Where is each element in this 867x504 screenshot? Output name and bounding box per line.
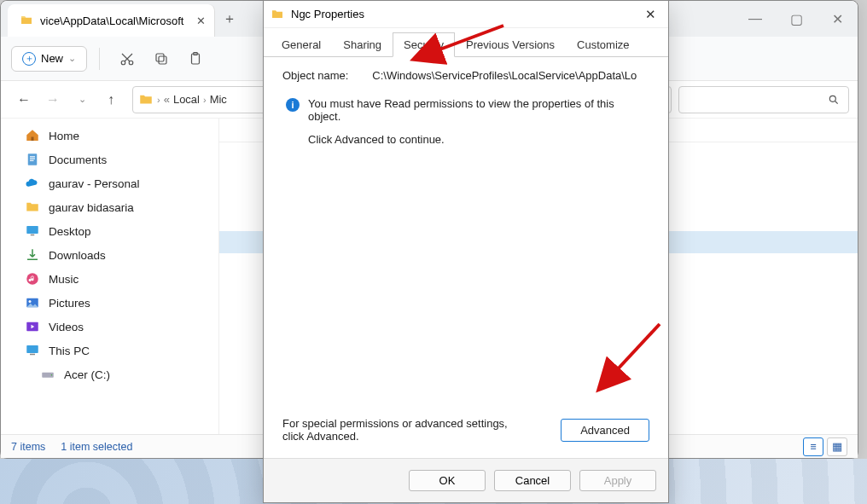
status-selected: 1 item selected: [61, 441, 132, 453]
folder-icon: [20, 14, 33, 27]
window-controls: — ▢ ✕: [735, 1, 858, 37]
svg-rect-3: [156, 54, 164, 61]
sidebar-item-label: Documents: [49, 154, 107, 166]
dialog-body: Object name: C:\Windows\ServiceProfiles\…: [264, 57, 668, 458]
paste-button[interactable]: [180, 43, 211, 74]
svg-rect-8: [28, 154, 38, 165]
dialog-tabs: GeneralSharingSecurityPrevious VersionsC…: [264, 28, 668, 57]
svg-point-16: [29, 300, 32, 303]
pc-icon: [25, 343, 40, 358]
sidebar-item-this-pc[interactable]: This PC: [1, 339, 218, 362]
music-icon: [25, 271, 40, 287]
dialog-titlebar: Ngc Properties ✕: [264, 1, 668, 28]
sidebar-item-label: Acer (C:): [64, 368, 110, 381]
sidebar-item-label: Pictures: [49, 297, 90, 310]
doc-icon: [25, 152, 40, 167]
sidebar-item-label: gaurav bidasaria: [49, 201, 134, 214]
advanced-button[interactable]: Advanced: [561, 419, 649, 442]
svg-rect-9: [30, 156, 35, 157]
breadcrumb-segment[interactable]: Local: [173, 93, 200, 106]
svg-rect-7: [32, 137, 34, 142]
object-name-value: C:\Windows\ServiceProfiles\LocalService\…: [372, 69, 649, 82]
svg-rect-19: [30, 354, 35, 356]
forward-button[interactable]: →: [38, 85, 67, 114]
back-button[interactable]: ←: [9, 85, 38, 114]
svg-rect-10: [30, 159, 35, 159]
sidebar-item-desktop[interactable]: Desktop: [1, 219, 218, 243]
new-button[interactable]: ＋ New ⌄: [11, 46, 87, 72]
info-icon: i: [286, 98, 300, 112]
dialog-close-button[interactable]: ✕: [640, 7, 661, 22]
apply-button[interactable]: Apply: [579, 470, 656, 491]
sidebar-item-documents[interactable]: Documents: [1, 148, 218, 171]
window-tab[interactable]: vice\AppData\Local\Microsoft ✕: [8, 4, 215, 37]
folder-icon: [271, 8, 284, 21]
tab-previous-versions[interactable]: Previous Versions: [455, 32, 566, 57]
tab-general[interactable]: General: [271, 32, 332, 57]
object-name-label: Object name:: [282, 69, 348, 82]
search-input[interactable]: [678, 86, 849, 113]
sidebar-item-videos[interactable]: Videos: [1, 315, 218, 339]
tab-close-icon[interactable]: ✕: [196, 14, 206, 27]
folder-icon: [138, 92, 154, 107]
continue-text: Click Advanced to continue.: [282, 133, 649, 146]
up-button[interactable]: ↑: [96, 85, 125, 114]
maximize-button[interactable]: ▢: [776, 1, 817, 37]
cut-button[interactable]: [112, 43, 143, 74]
tab-security[interactable]: Security: [393, 32, 455, 57]
tab-customize[interactable]: Customize: [566, 32, 640, 57]
info-text: You must have Read permissions to view t…: [308, 97, 615, 123]
sidebar-item-acer-c-[interactable]: Acer (C:): [1, 362, 218, 386]
new-tab-button[interactable]: ＋: [215, 1, 244, 37]
dialog-title: Ngc Properties: [291, 8, 364, 20]
download-icon: [25, 247, 40, 263]
view-icons-button[interactable]: ▦: [827, 437, 847, 456]
properties-dialog: Ngc Properties ✕ GeneralSharingSecurityP…: [263, 0, 669, 503]
ok-button[interactable]: OK: [409, 470, 486, 491]
close-button[interactable]: ✕: [817, 1, 858, 37]
svg-rect-18: [26, 345, 38, 353]
sidebar-item-label: Downloads: [49, 249, 106, 262]
svg-rect-13: [31, 235, 35, 236]
breadcrumb-segment[interactable]: Mic: [210, 93, 227, 106]
sidebar-item-home[interactable]: Home: [1, 124, 218, 148]
home-icon: [25, 128, 40, 143]
sidebar-item-music[interactable]: Music: [1, 267, 218, 291]
svg-point-6: [829, 96, 835, 101]
svg-rect-2: [159, 56, 166, 64]
pictures-icon: [25, 295, 40, 310]
sidebar-item-label: Home: [49, 130, 79, 142]
advanced-text: For special permissions or advanced sett…: [282, 417, 521, 443]
plus-icon: ＋: [22, 52, 36, 66]
svg-point-21: [51, 374, 53, 376]
sidebar-item-gaurav-personal[interactable]: gaurav - Personal: [1, 171, 218, 195]
chevron-right-icon: ›: [157, 95, 160, 105]
sidebar-item-pictures[interactable]: Pictures: [1, 291, 218, 315]
sidebar-item-label: Videos: [49, 321, 84, 333]
view-details-button[interactable]: ≡: [803, 437, 823, 456]
svg-rect-11: [30, 160, 34, 161]
new-label: New: [41, 52, 63, 65]
sidebar-item-downloads[interactable]: Downloads: [1, 243, 218, 267]
sidebar-item-label: gaurav - Personal: [49, 177, 140, 190]
desktop-icon: [25, 223, 40, 239]
svg-rect-12: [26, 226, 38, 234]
folder-icon: [25, 200, 40, 215]
tab-title: vice\AppData\Local\Microsoft: [40, 14, 183, 27]
copy-button[interactable]: [146, 43, 177, 74]
sidebar-item-label: This PC: [49, 345, 90, 357]
chevron-right-icon: ›: [203, 95, 207, 105]
status-items: 7 items: [11, 441, 45, 453]
cancel-button[interactable]: Cancel: [494, 470, 571, 491]
cloud-icon: [25, 176, 40, 191]
tab-sharing[interactable]: Sharing: [332, 32, 393, 57]
minimize-button[interactable]: —: [735, 1, 776, 37]
search-icon: [828, 94, 840, 106]
drive-icon: [40, 367, 55, 382]
chevron-down-icon: ⌄: [68, 53, 76, 64]
recent-chevron[interactable]: ⌄: [67, 85, 96, 114]
dialog-footer: OK Cancel Apply: [264, 458, 668, 502]
videos-icon: [25, 319, 40, 334]
sidebar-item-label: Music: [49, 273, 79, 286]
sidebar-item-gaurav-bidasaria[interactable]: gaurav bidasaria: [1, 195, 218, 219]
